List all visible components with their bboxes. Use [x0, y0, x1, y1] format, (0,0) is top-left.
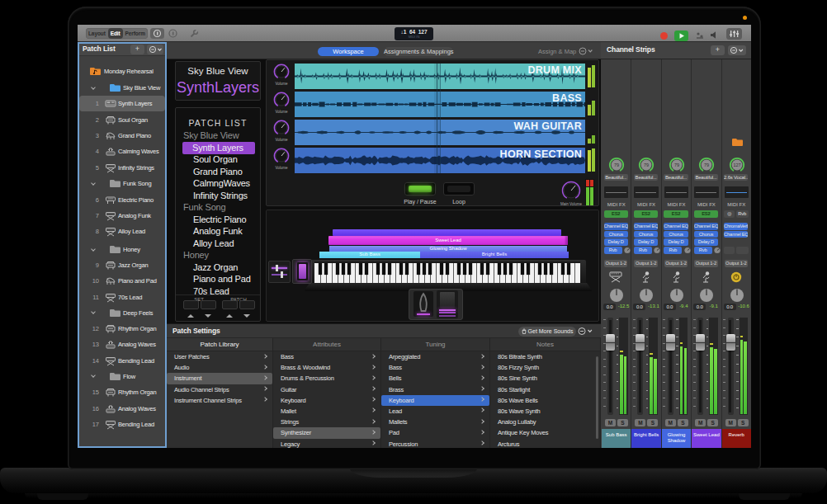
svg-text:79: 79 [704, 163, 709, 167]
svg-text:127: 127 [733, 163, 740, 167]
svg-text:79: 79 [674, 163, 679, 167]
svg-text:79: 79 [644, 163, 649, 167]
svg-text:79: 79 [614, 163, 619, 167]
